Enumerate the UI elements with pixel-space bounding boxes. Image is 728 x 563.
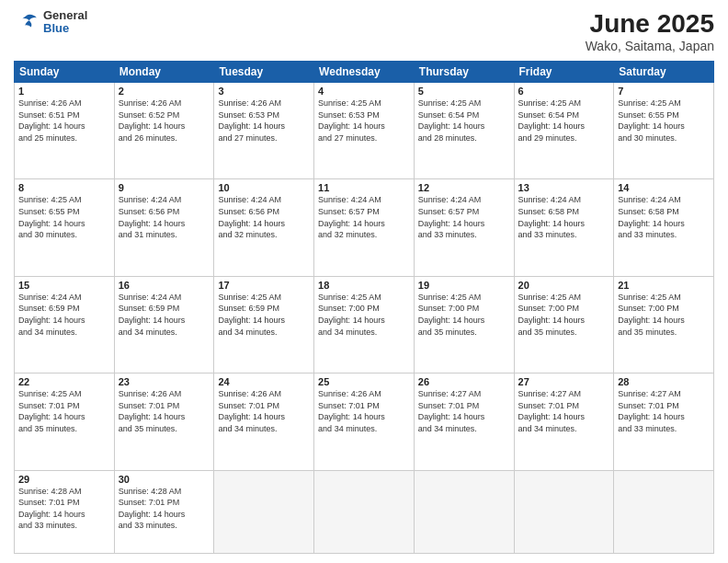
col-saturday: Saturday: [614, 62, 714, 83]
day-number: 4: [318, 86, 410, 97]
table-row: 25Sunrise: 4:26 AM Sunset: 7:01 PM Dayli…: [314, 373, 415, 470]
day-number: 20: [518, 280, 610, 291]
col-friday: Friday: [514, 62, 614, 83]
table-row: 14Sunrise: 4:24 AM Sunset: 6:58 PM Dayli…: [614, 179, 714, 276]
table-row: 26Sunrise: 4:27 AM Sunset: 7:01 PM Dayli…: [414, 373, 514, 470]
table-row: 24Sunrise: 4:26 AM Sunset: 7:01 PM Dayli…: [214, 373, 314, 470]
table-row: 7Sunrise: 4:25 AM Sunset: 6:55 PM Daylig…: [614, 83, 714, 179]
day-info: Sunrise: 4:27 AM Sunset: 7:01 PM Dayligh…: [518, 388, 610, 434]
day-number: 12: [418, 182, 510, 193]
day-number: 24: [218, 376, 310, 387]
table-row: 2Sunrise: 4:26 AM Sunset: 6:52 PM Daylig…: [114, 83, 214, 179]
day-number: 5: [418, 86, 510, 97]
day-number: 2: [119, 86, 210, 97]
day-info: Sunrise: 4:25 AM Sunset: 6:59 PM Dayligh…: [218, 292, 310, 338]
table-row: 8Sunrise: 4:25 AM Sunset: 6:55 PM Daylig…: [15, 179, 115, 276]
table-row: 23Sunrise: 4:26 AM Sunset: 7:01 PM Dayli…: [114, 373, 214, 470]
table-row: [614, 470, 714, 554]
day-info: Sunrise: 4:24 AM Sunset: 6:57 PM Dayligh…: [418, 194, 510, 240]
day-info: Sunrise: 4:27 AM Sunset: 7:01 PM Dayligh…: [618, 388, 710, 434]
table-row: 6Sunrise: 4:25 AM Sunset: 6:54 PM Daylig…: [514, 83, 614, 179]
day-info: Sunrise: 4:28 AM Sunset: 7:01 PM Dayligh…: [119, 486, 210, 532]
day-info: Sunrise: 4:25 AM Sunset: 7:00 PM Dayligh…: [618, 292, 710, 338]
table-row: [514, 470, 614, 554]
table-row: [214, 470, 314, 554]
table-row: 16Sunrise: 4:24 AM Sunset: 6:59 PM Dayli…: [114, 276, 214, 373]
table-row: 20Sunrise: 4:25 AM Sunset: 7:00 PM Dayli…: [514, 276, 614, 373]
table-row: 21Sunrise: 4:25 AM Sunset: 7:00 PM Dayli…: [614, 276, 714, 373]
table-row: 3Sunrise: 4:26 AM Sunset: 6:53 PM Daylig…: [214, 83, 314, 179]
col-sunday: Sunday: [15, 62, 115, 83]
day-info: Sunrise: 4:24 AM Sunset: 6:58 PM Dayligh…: [518, 194, 610, 240]
table-row: 28Sunrise: 4:27 AM Sunset: 7:01 PM Dayli…: [614, 373, 714, 470]
day-number: 25: [318, 376, 410, 387]
col-monday: Monday: [114, 62, 214, 83]
day-info: Sunrise: 4:26 AM Sunset: 7:01 PM Dayligh…: [218, 388, 310, 434]
table-row: 19Sunrise: 4:25 AM Sunset: 7:00 PM Dayli…: [414, 276, 514, 373]
day-number: 14: [618, 182, 710, 193]
logo-general: General: [43, 9, 87, 22]
col-wednesday: Wednesday: [314, 62, 415, 83]
day-number: 29: [18, 474, 110, 485]
day-info: Sunrise: 4:25 AM Sunset: 6:54 PM Dayligh…: [418, 98, 510, 144]
day-info: Sunrise: 4:26 AM Sunset: 7:01 PM Dayligh…: [119, 388, 210, 434]
day-info: Sunrise: 4:25 AM Sunset: 7:01 PM Dayligh…: [18, 388, 110, 434]
day-number: 7: [618, 86, 710, 97]
table-row: 15Sunrise: 4:24 AM Sunset: 6:59 PM Dayli…: [15, 276, 115, 373]
day-number: 30: [119, 474, 210, 485]
day-number: 21: [618, 280, 710, 291]
page-title: June 2025: [586, 9, 714, 39]
table-row: 9Sunrise: 4:24 AM Sunset: 6:56 PM Daylig…: [114, 179, 214, 276]
day-number: 19: [418, 280, 510, 291]
table-row: 10Sunrise: 4:24 AM Sunset: 6:56 PM Dayli…: [214, 179, 314, 276]
day-info: Sunrise: 4:24 AM Sunset: 6:58 PM Dayligh…: [618, 194, 710, 240]
day-info: Sunrise: 4:27 AM Sunset: 7:01 PM Dayligh…: [418, 388, 510, 434]
day-info: Sunrise: 4:24 AM Sunset: 6:59 PM Dayligh…: [119, 292, 210, 338]
day-number: 13: [518, 182, 610, 193]
table-row: 29Sunrise: 4:28 AM Sunset: 7:01 PM Dayli…: [15, 470, 115, 554]
day-number: 9: [119, 182, 210, 193]
day-info: Sunrise: 4:24 AM Sunset: 6:59 PM Dayligh…: [18, 292, 110, 338]
table-row: 22Sunrise: 4:25 AM Sunset: 7:01 PM Dayli…: [15, 373, 115, 470]
table-row: 5Sunrise: 4:25 AM Sunset: 6:54 PM Daylig…: [414, 83, 514, 179]
day-info: Sunrise: 4:25 AM Sunset: 6:54 PM Dayligh…: [518, 98, 610, 144]
title-block: June 2025 Wako, Saitama, Japan: [586, 9, 714, 53]
logo-bird-icon: [14, 12, 40, 32]
logo: General Blue: [14, 9, 87, 36]
day-number: 22: [18, 376, 110, 387]
day-info: Sunrise: 4:25 AM Sunset: 7:00 PM Dayligh…: [418, 292, 510, 338]
table-row: 13Sunrise: 4:24 AM Sunset: 6:58 PM Dayli…: [514, 179, 614, 276]
day-info: Sunrise: 4:26 AM Sunset: 6:51 PM Dayligh…: [18, 98, 110, 144]
table-row: [414, 470, 514, 554]
page: General Blue June 2025 Wako, Saitama, Ja…: [0, 0, 728, 563]
logo-text: General Blue: [43, 9, 87, 36]
day-number: 3: [218, 86, 310, 97]
day-info: Sunrise: 4:26 AM Sunset: 6:52 PM Dayligh…: [119, 98, 210, 144]
day-info: Sunrise: 4:25 AM Sunset: 7:00 PM Dayligh…: [318, 292, 410, 338]
day-number: 27: [518, 376, 610, 387]
day-number: 10: [218, 182, 310, 193]
day-number: 16: [119, 280, 210, 291]
day-info: Sunrise: 4:26 AM Sunset: 7:01 PM Dayligh…: [318, 388, 410, 434]
day-number: 1: [18, 86, 110, 97]
day-info: Sunrise: 4:28 AM Sunset: 7:01 PM Dayligh…: [18, 486, 110, 532]
day-number: 15: [18, 280, 110, 291]
day-number: 23: [119, 376, 210, 387]
table-row: [314, 470, 415, 554]
day-number: 11: [318, 182, 410, 193]
logo-blue: Blue: [43, 22, 87, 35]
table-row: 30Sunrise: 4:28 AM Sunset: 7:01 PM Dayli…: [114, 470, 214, 554]
calendar-table: Sunday Monday Tuesday Wednesday Thursday…: [14, 61, 714, 554]
day-number: 6: [518, 86, 610, 97]
day-info: Sunrise: 4:25 AM Sunset: 6:55 PM Dayligh…: [618, 98, 710, 144]
day-number: 8: [18, 182, 110, 193]
table-row: 17Sunrise: 4:25 AM Sunset: 6:59 PM Dayli…: [214, 276, 314, 373]
table-row: 1Sunrise: 4:26 AM Sunset: 6:51 PM Daylig…: [15, 83, 115, 179]
day-info: Sunrise: 4:26 AM Sunset: 6:53 PM Dayligh…: [218, 98, 310, 144]
day-info: Sunrise: 4:24 AM Sunset: 6:56 PM Dayligh…: [119, 194, 210, 240]
day-info: Sunrise: 4:25 AM Sunset: 6:55 PM Dayligh…: [18, 194, 110, 240]
day-number: 18: [318, 280, 410, 291]
col-thursday: Thursday: [414, 62, 514, 83]
header: General Blue June 2025 Wako, Saitama, Ja…: [14, 9, 714, 53]
calendar-header-row: Sunday Monday Tuesday Wednesday Thursday…: [15, 62, 714, 83]
